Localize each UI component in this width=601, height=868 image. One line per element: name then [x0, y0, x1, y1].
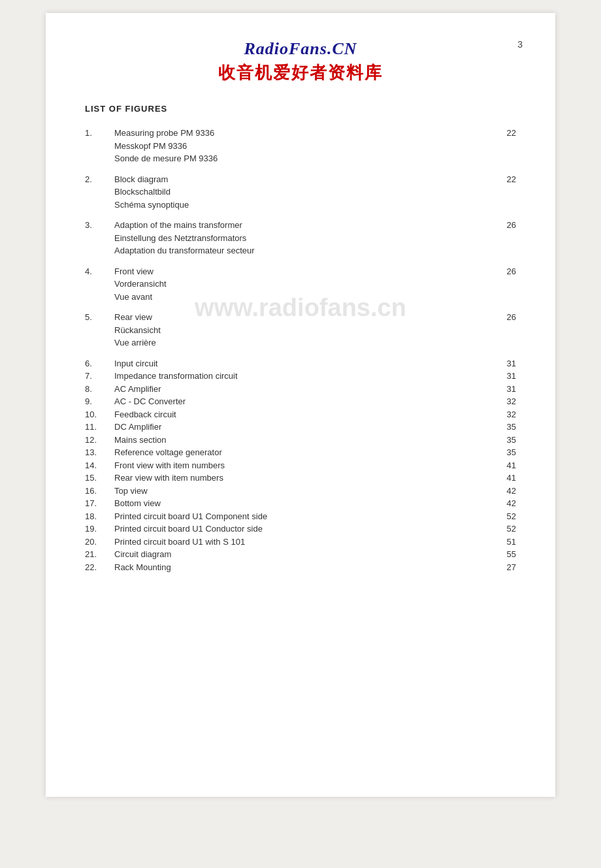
table-row: 21.Circuit diagram55: [85, 548, 516, 561]
figure-number: 16.: [85, 485, 114, 498]
figure-page: 55: [490, 548, 516, 561]
figure-number: 13.: [85, 446, 114, 459]
section-title: LIST OF FIGURES: [85, 104, 516, 114]
spacer-row: [85, 165, 516, 173]
figure-description: Bottom view: [114, 497, 490, 510]
figure-number: 14.: [85, 459, 114, 472]
figure-number: 9.: [85, 395, 114, 408]
figure-description: Printed circuit board U1 with S 101: [114, 536, 490, 549]
figure-description: Top view: [114, 485, 490, 498]
figure-number: 19.: [85, 522, 114, 536]
figure-description: Front viewVorderansichtVue avant: [114, 265, 490, 304]
figure-page: 41: [490, 472, 516, 485]
table-row: 15.Rear view with item numbers41: [85, 472, 516, 485]
figure-number: 8.: [85, 383, 114, 396]
table-row: 4.Front viewVorderansichtVue avant26: [85, 265, 516, 304]
figure-number: 3.: [85, 219, 114, 257]
figure-number: 6.: [85, 357, 114, 370]
figure-page: 27: [490, 561, 516, 574]
figure-number: 5.: [85, 311, 114, 349]
figure-page: 32: [490, 408, 516, 421]
figure-number: 17.: [85, 497, 114, 510]
table-row: 11.DC Amplifier35: [85, 421, 516, 434]
spacer-row: [85, 303, 516, 311]
figure-number: 11.: [85, 421, 114, 434]
header: RadioFans.CN 收音机爱好者资料库: [85, 39, 516, 84]
figure-description: Block diagramBlockschaltbildSchéma synop…: [114, 173, 490, 212]
figure-description: Reference voltage generator: [114, 446, 490, 459]
table-row: 2.Block diagramBlockschaltbildSchéma syn…: [85, 173, 516, 212]
figure-number: 22.: [85, 561, 114, 574]
table-row: 9.AC - DC Converter32: [85, 395, 516, 408]
figure-number: 10.: [85, 408, 114, 421]
table-row: 12.Mains section35: [85, 434, 516, 447]
table-row: 13.Reference voltage generator35: [85, 446, 516, 459]
table-row: 8.AC Amplifier31: [85, 383, 516, 396]
header-title: RadioFans.CN: [85, 39, 516, 59]
figure-description: Circuit diagram: [114, 548, 490, 561]
figure-description: Feedback circuit: [114, 408, 490, 421]
figure-description: Input circuit: [114, 357, 490, 370]
figure-number: 20.: [85, 536, 114, 549]
table-row: 18.Printed circuit board U1 Component si…: [85, 510, 516, 523]
figure-page: 52: [490, 510, 516, 523]
figure-description: Printed circuit board U1 Component side: [114, 510, 490, 523]
figure-number: 2.: [85, 173, 114, 212]
figure-description: Rear viewRückansichtVue arrière: [114, 311, 490, 349]
page-number: 3: [517, 39, 523, 50]
figure-page: 51: [490, 536, 516, 549]
figures-table: 1.Measuring probe PM 9336Messkopf PM 933…: [85, 127, 516, 573]
figure-page: 42: [490, 497, 516, 510]
table-row: 22.Rack Mounting27: [85, 561, 516, 574]
header-chinese: 收音机爱好者资料库: [85, 61, 516, 84]
figure-number: 15.: [85, 472, 114, 485]
table-row: 19.Printed circuit board U1 Conductor si…: [85, 522, 516, 536]
figure-page: 35: [490, 434, 516, 447]
figure-page: 32: [490, 395, 516, 408]
table-row: 1.Measuring probe PM 9336Messkopf PM 933…: [85, 127, 516, 165]
figure-description: AC - DC Converter: [114, 395, 490, 408]
figure-description: Adaption of the mains transformerEinstel…: [114, 219, 490, 257]
figure-page: 42: [490, 485, 516, 498]
table-row: 14.Front view with item numbers41: [85, 459, 516, 472]
figure-description: AC Amplifier: [114, 383, 490, 396]
table-row: 16.Top view42: [85, 485, 516, 498]
figure-page: 26: [490, 265, 516, 304]
figure-description: Measuring probe PM 9336Messkopf PM 9336S…: [114, 127, 490, 165]
figure-page: 52: [490, 522, 516, 536]
figure-page: 22: [490, 173, 516, 212]
figure-description: Rear view with item numbers: [114, 472, 490, 485]
table-row: 3.Adaption of the mains transformerEinst…: [85, 219, 516, 257]
table-row: 17.Bottom view42: [85, 497, 516, 510]
figure-number: 4.: [85, 265, 114, 304]
figure-page: 22: [490, 127, 516, 165]
figure-description: Mains section: [114, 434, 490, 447]
figure-number: 1.: [85, 127, 114, 165]
figure-page: 31: [490, 357, 516, 370]
figure-description: Impedance transformation circuit: [114, 370, 490, 383]
table-row: 10.Feedback circuit32: [85, 408, 516, 421]
figure-page: 41: [490, 459, 516, 472]
figure-description: Front view with item numbers: [114, 459, 490, 472]
table-row: 6.Input circuit31: [85, 357, 516, 370]
table-row: 20.Printed circuit board U1 with S 10151: [85, 536, 516, 549]
figure-page: 35: [490, 446, 516, 459]
figure-page: 35: [490, 421, 516, 434]
figure-number: 18.: [85, 510, 114, 523]
figure-number: 21.: [85, 548, 114, 561]
figure-page: 26: [490, 311, 516, 349]
figure-number: 12.: [85, 434, 114, 447]
figure-page: 31: [490, 370, 516, 383]
figure-page: 31: [490, 383, 516, 396]
figure-page: 26: [490, 219, 516, 257]
page: RadioFans.CN 收音机爱好者资料库 3 LIST OF FIGURES…: [46, 13, 555, 797]
spacer-row: [85, 211, 516, 219]
figure-description: Rack Mounting: [114, 561, 490, 574]
table-row: 7.Impedance transformation circuit31: [85, 370, 516, 383]
spacer-row: [85, 257, 516, 265]
figure-number: 7.: [85, 370, 114, 383]
figure-description: DC Amplifier: [114, 421, 490, 434]
spacer-row: [85, 349, 516, 357]
figure-description: Printed circuit board U1 Conductor side: [114, 522, 490, 536]
table-row: 5.Rear viewRückansichtVue arrière26: [85, 311, 516, 349]
